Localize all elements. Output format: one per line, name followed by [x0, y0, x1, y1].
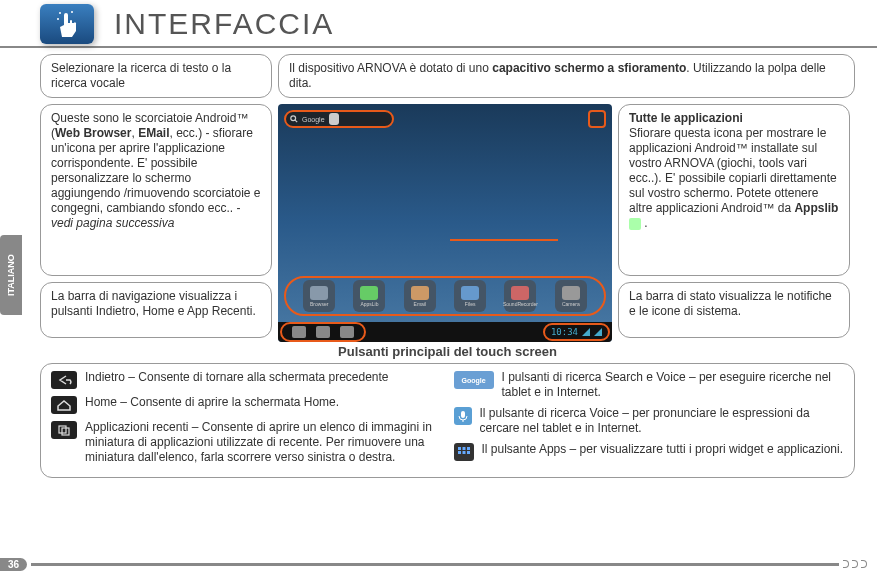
button-item: Indietro – Consente di tornare alla sche…: [51, 370, 442, 389]
svg-rect-9: [462, 447, 465, 450]
clock: 10:34: [551, 327, 578, 337]
bold-text: capacitivo schermo a sfioramento: [492, 61, 686, 75]
button-desc: Applicazioni recenti – Consente di aprir…: [85, 420, 442, 465]
bold-text: Web Browser: [55, 126, 131, 140]
dock-label: Browser: [310, 301, 328, 307]
tablet-screenshot: Google Browser AppsLib Email Files Sound…: [278, 104, 612, 342]
search-bar-highlight: Google: [284, 110, 394, 128]
button-desc: Indietro – Consente di tornare alla sche…: [85, 370, 442, 385]
right-button-col: Google I pulsanti di ricerca Search e Vo…: [454, 370, 845, 471]
touchscreen-info-box: Il dispositivo ARNOVA è dotato di uno ca…: [278, 54, 855, 98]
left-column: Queste sono le scorciatoie Android™ (Web…: [40, 104, 272, 342]
dock-app-icon: Camera: [555, 280, 587, 312]
all-apps-box: Tutte le applicazioni Sfiorare questa ic…: [618, 104, 850, 276]
search-text: Google: [302, 116, 325, 123]
search-icon: [290, 115, 298, 123]
callout-line-icon: [450, 239, 558, 241]
svg-point-0: [59, 12, 61, 14]
voice-search-icon: [454, 407, 472, 425]
svg-rect-10: [467, 447, 470, 450]
button-desc: Il pulsante di ricerca Voice – per pronu…: [480, 406, 845, 436]
footer-bar-icon: [31, 563, 839, 566]
language-tab: ITALIANO: [0, 235, 22, 315]
page-number: 36: [0, 558, 27, 571]
page-header: INTERFACCIA: [0, 0, 877, 48]
shortcuts-box: Queste sono le scorciatoie Android™ (Web…: [40, 104, 272, 276]
button-desc: Il pulsante Apps – per visualizzare tutt…: [482, 442, 845, 457]
button-item: Home – Consente di aprire la schermata H…: [51, 395, 442, 414]
svg-rect-11: [458, 451, 461, 454]
dock-label: Email: [414, 301, 427, 307]
button-item: Applicazioni recenti – Consente di aprir…: [51, 420, 442, 465]
button-item: Il pulsante Apps – per visualizzare tutt…: [454, 442, 845, 461]
footer-bumps-icon: [843, 560, 873, 568]
battery-icon: [594, 328, 602, 336]
home-icon: [316, 326, 330, 338]
status-bar-box: La barra di stato visualizza le notifich…: [618, 282, 850, 338]
svg-point-1: [71, 11, 73, 13]
recent-icon: [340, 326, 354, 338]
navbar-info-box: La barra di navigazione visualizza i pul…: [40, 282, 272, 338]
section-title: Pulsanti principali del touch screen: [40, 344, 855, 359]
appslib-icon: [629, 218, 641, 230]
dock-label: Camera: [562, 301, 580, 307]
apps-button-icon: [454, 443, 474, 461]
svg-rect-8: [458, 447, 461, 450]
dock-label: SoundRecorder: [503, 301, 538, 307]
navbar-screenshot: 10:34: [278, 322, 612, 342]
status-highlight: 10:34: [543, 323, 610, 341]
svg-rect-12: [462, 451, 465, 454]
back-button-icon: [51, 371, 77, 389]
left-button-col: Indietro – Consente di tornare alla sche…: [51, 370, 442, 471]
middle-row: Queste sono le scorciatoie Android™ (Web…: [40, 104, 855, 342]
button-desc: Home – Consente di aprire la schermata H…: [85, 395, 442, 410]
text: Il dispositivo ARNOVA è dotato di uno: [289, 61, 492, 75]
dock-app-icon: SoundRecorder: [504, 280, 536, 312]
recent-apps-icon: [51, 421, 77, 439]
svg-point-2: [57, 18, 59, 20]
apps-button-highlight: [588, 110, 606, 128]
button-desc: I pulsanti di ricerca Search e Voice – p…: [502, 370, 845, 400]
page-title: INTERFACCIA: [114, 7, 334, 41]
dock-label: Files: [465, 301, 476, 307]
google-search-icon: Google: [454, 371, 494, 389]
bold-text: EMail: [138, 126, 169, 140]
right-column: Tutte le applicazioni Sfiorare questa ic…: [618, 104, 850, 342]
button-item: Il pulsante di ricerca Voice – per pronu…: [454, 406, 845, 436]
nav-buttons-highlight: [280, 322, 366, 342]
back-icon: [292, 326, 306, 338]
dock-highlight: Browser AppsLib Email Files SoundRecorde…: [284, 276, 606, 316]
dock-label: AppsLib: [360, 301, 378, 307]
dock-app-icon: Browser: [303, 280, 335, 312]
wifi-icon: [582, 328, 590, 336]
page-footer: 36: [0, 557, 877, 571]
dock-app-icon: AppsLib: [353, 280, 385, 312]
svg-line-4: [295, 120, 297, 122]
center-column: Google Browser AppsLib Email Files Sound…: [278, 104, 612, 342]
button-item: Google I pulsanti di ricerca Search e Vo…: [454, 370, 845, 400]
italic-text: vedi pagina successiva: [51, 216, 174, 230]
touch-logo-icon: [40, 4, 94, 44]
svg-rect-7: [461, 411, 465, 418]
home-button-icon: [51, 396, 77, 414]
dock-app-icon: Email: [404, 280, 436, 312]
voice-icon: [329, 113, 339, 125]
content-area: Selezionare la ricerca di testo o la ric…: [0, 48, 877, 478]
text: .: [641, 216, 648, 230]
svg-rect-13: [467, 451, 470, 454]
bold-text: Appslib: [794, 201, 838, 215]
search-callout-box: Selezionare la ricerca di testo o la ric…: [40, 54, 272, 98]
dock-app-icon: Files: [454, 280, 486, 312]
buttons-reference-box: Indietro – Consente di tornare alla sche…: [40, 363, 855, 478]
top-row: Selezionare la ricerca di testo o la ric…: [40, 54, 855, 98]
box-title: Tutte le applicazioni: [629, 111, 743, 125]
